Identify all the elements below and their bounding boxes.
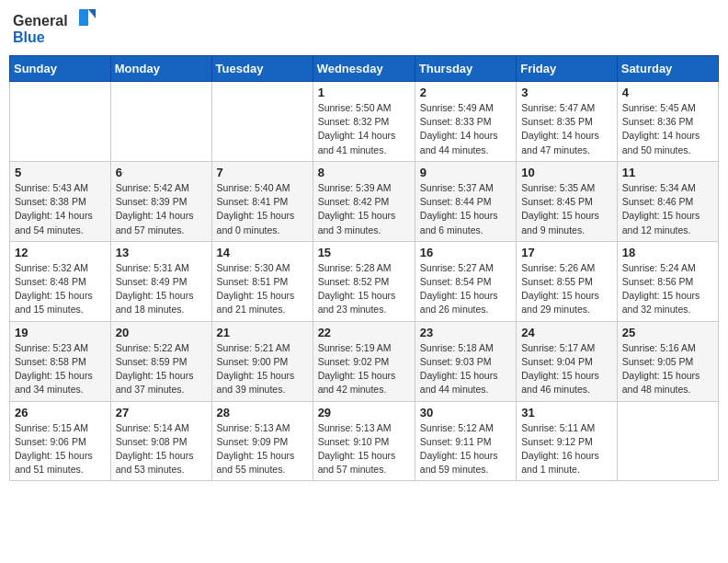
day-info: Sunrise: 5:12 AMSunset: 9:11 PMDaylight:… xyxy=(420,421,511,477)
day-number: 15 xyxy=(318,246,410,259)
calendar-cell xyxy=(211,82,313,162)
day-number: 20 xyxy=(116,326,207,339)
day-info: Sunrise: 5:17 AMSunset: 9:04 PMDaylight:… xyxy=(521,341,612,397)
day-info: Sunrise: 5:11 AMSunset: 9:12 PMDaylight:… xyxy=(521,421,612,477)
svg-marker-3 xyxy=(88,9,96,18)
day-number: 4 xyxy=(622,86,713,99)
calendar-cell xyxy=(10,82,111,162)
day-number: 18 xyxy=(622,246,713,259)
calendar-week-row: 19Sunrise: 5:23 AMSunset: 8:58 PMDayligh… xyxy=(10,321,719,401)
day-number: 12 xyxy=(15,246,106,259)
calendar-cell: 16Sunrise: 5:27 AMSunset: 8:54 PMDayligh… xyxy=(415,241,516,321)
day-info: Sunrise: 5:13 AMSunset: 9:10 PMDaylight:… xyxy=(318,421,410,477)
weekday-header: Friday xyxy=(517,56,618,82)
calendar-cell: 24Sunrise: 5:17 AMSunset: 9:04 PMDayligh… xyxy=(517,321,618,401)
day-info: Sunrise: 5:22 AMSunset: 8:59 PMDaylight:… xyxy=(116,341,207,397)
calendar-cell: 11Sunrise: 5:34 AMSunset: 8:46 PMDayligh… xyxy=(617,161,718,241)
day-number: 23 xyxy=(420,326,511,339)
day-info: Sunrise: 5:45 AMSunset: 8:36 PMDaylight:… xyxy=(622,101,713,157)
day-info: Sunrise: 5:14 AMSunset: 9:08 PMDaylight:… xyxy=(116,421,207,477)
calendar-cell: 6Sunrise: 5:42 AMSunset: 8:39 PMDaylight… xyxy=(110,161,211,241)
day-info: Sunrise: 5:43 AMSunset: 8:38 PMDaylight:… xyxy=(15,181,106,237)
page-header: GeneralBlue xyxy=(9,9,719,48)
day-info: Sunrise: 5:39 AMSunset: 8:42 PMDaylight:… xyxy=(318,181,410,237)
calendar-header-row: SundayMondayTuesdayWednesdayThursdayFrid… xyxy=(10,56,719,82)
day-number: 5 xyxy=(15,166,106,179)
calendar-cell: 7Sunrise: 5:40 AMSunset: 8:41 PMDaylight… xyxy=(211,161,313,241)
calendar-cell xyxy=(617,401,718,481)
weekday-header: Thursday xyxy=(415,56,516,82)
calendar-cell: 30Sunrise: 5:12 AMSunset: 9:11 PMDayligh… xyxy=(415,401,516,481)
calendar-cell: 13Sunrise: 5:31 AMSunset: 8:49 PMDayligh… xyxy=(110,241,211,321)
calendar-cell: 27Sunrise: 5:14 AMSunset: 9:08 PMDayligh… xyxy=(110,401,211,481)
svg-text:Blue: Blue xyxy=(13,29,45,45)
calendar-cell: 9Sunrise: 5:37 AMSunset: 8:44 PMDaylight… xyxy=(415,161,516,241)
calendar-cell: 20Sunrise: 5:22 AMSunset: 8:59 PMDayligh… xyxy=(110,321,211,401)
day-info: Sunrise: 5:21 AMSunset: 9:00 PMDaylight:… xyxy=(217,341,308,397)
day-info: Sunrise: 5:26 AMSunset: 8:55 PMDaylight:… xyxy=(521,261,612,317)
calendar-cell xyxy=(110,82,211,162)
logo: GeneralBlue xyxy=(13,9,96,48)
calendar-cell: 31Sunrise: 5:11 AMSunset: 9:12 PMDayligh… xyxy=(517,401,618,481)
weekday-header: Tuesday xyxy=(211,56,313,82)
calendar-cell: 2Sunrise: 5:49 AMSunset: 8:33 PMDaylight… xyxy=(415,82,516,162)
day-info: Sunrise: 5:34 AMSunset: 8:46 PMDaylight:… xyxy=(622,181,713,237)
calendar-week-row: 1Sunrise: 5:50 AMSunset: 8:32 PMDaylight… xyxy=(10,82,719,162)
weekday-header: Sunday xyxy=(10,56,111,82)
day-info: Sunrise: 5:28 AMSunset: 8:52 PMDaylight:… xyxy=(318,261,410,317)
calendar-cell: 12Sunrise: 5:32 AMSunset: 8:48 PMDayligh… xyxy=(10,241,111,321)
day-number: 29 xyxy=(318,406,410,419)
day-number: 25 xyxy=(622,326,713,339)
calendar-cell: 19Sunrise: 5:23 AMSunset: 8:58 PMDayligh… xyxy=(10,321,111,401)
day-info: Sunrise: 5:31 AMSunset: 8:49 PMDaylight:… xyxy=(116,261,207,317)
logo-svg: GeneralBlue xyxy=(13,9,96,48)
day-number: 2 xyxy=(420,86,511,99)
day-info: Sunrise: 5:24 AMSunset: 8:56 PMDaylight:… xyxy=(622,261,713,317)
calendar-cell: 29Sunrise: 5:13 AMSunset: 9:10 PMDayligh… xyxy=(313,401,415,481)
day-number: 19 xyxy=(15,326,106,339)
day-number: 3 xyxy=(521,86,612,99)
day-info: Sunrise: 5:49 AMSunset: 8:33 PMDaylight:… xyxy=(420,101,511,157)
calendar-cell: 28Sunrise: 5:13 AMSunset: 9:09 PMDayligh… xyxy=(211,401,313,481)
svg-text:General: General xyxy=(13,13,68,29)
day-number: 14 xyxy=(217,246,308,259)
weekday-header: Wednesday xyxy=(313,56,415,82)
day-number: 17 xyxy=(521,246,612,259)
svg-marker-2 xyxy=(79,9,88,26)
day-info: Sunrise: 5:19 AMSunset: 9:02 PMDaylight:… xyxy=(318,341,410,397)
weekday-header: Monday xyxy=(110,56,211,82)
calendar-cell: 3Sunrise: 5:47 AMSunset: 8:35 PMDaylight… xyxy=(517,82,618,162)
calendar-cell: 22Sunrise: 5:19 AMSunset: 9:02 PMDayligh… xyxy=(313,321,415,401)
day-info: Sunrise: 5:47 AMSunset: 8:35 PMDaylight:… xyxy=(521,101,612,157)
day-number: 31 xyxy=(521,406,612,419)
day-info: Sunrise: 5:27 AMSunset: 8:54 PMDaylight:… xyxy=(420,261,511,317)
day-number: 1 xyxy=(318,86,410,99)
day-number: 24 xyxy=(521,326,612,339)
day-info: Sunrise: 5:15 AMSunset: 9:06 PMDaylight:… xyxy=(15,421,106,477)
day-number: 8 xyxy=(318,166,410,179)
weekday-header: Saturday xyxy=(617,56,718,82)
day-number: 26 xyxy=(15,406,106,419)
calendar-week-row: 5Sunrise: 5:43 AMSunset: 8:38 PMDaylight… xyxy=(10,161,719,241)
day-number: 27 xyxy=(116,406,207,419)
calendar-cell: 23Sunrise: 5:18 AMSunset: 9:03 PMDayligh… xyxy=(415,321,516,401)
calendar-cell: 10Sunrise: 5:35 AMSunset: 8:45 PMDayligh… xyxy=(517,161,618,241)
day-number: 30 xyxy=(420,406,511,419)
calendar-cell: 18Sunrise: 5:24 AMSunset: 8:56 PMDayligh… xyxy=(617,241,718,321)
calendar-cell: 25Sunrise: 5:16 AMSunset: 9:05 PMDayligh… xyxy=(617,321,718,401)
day-number: 6 xyxy=(116,166,207,179)
day-info: Sunrise: 5:30 AMSunset: 8:51 PMDaylight:… xyxy=(217,261,308,317)
calendar-cell: 17Sunrise: 5:26 AMSunset: 8:55 PMDayligh… xyxy=(517,241,618,321)
day-number: 16 xyxy=(420,246,511,259)
calendar-cell: 8Sunrise: 5:39 AMSunset: 8:42 PMDaylight… xyxy=(313,161,415,241)
day-number: 28 xyxy=(217,406,308,419)
calendar-cell: 4Sunrise: 5:45 AMSunset: 8:36 PMDaylight… xyxy=(617,82,718,162)
day-info: Sunrise: 5:23 AMSunset: 8:58 PMDaylight:… xyxy=(15,341,106,397)
day-number: 22 xyxy=(318,326,410,339)
calendar-cell: 21Sunrise: 5:21 AMSunset: 9:00 PMDayligh… xyxy=(211,321,313,401)
day-number: 11 xyxy=(622,166,713,179)
day-number: 10 xyxy=(521,166,612,179)
calendar-week-row: 12Sunrise: 5:32 AMSunset: 8:48 PMDayligh… xyxy=(10,241,719,321)
calendar-cell: 15Sunrise: 5:28 AMSunset: 8:52 PMDayligh… xyxy=(313,241,415,321)
day-number: 13 xyxy=(116,246,207,259)
